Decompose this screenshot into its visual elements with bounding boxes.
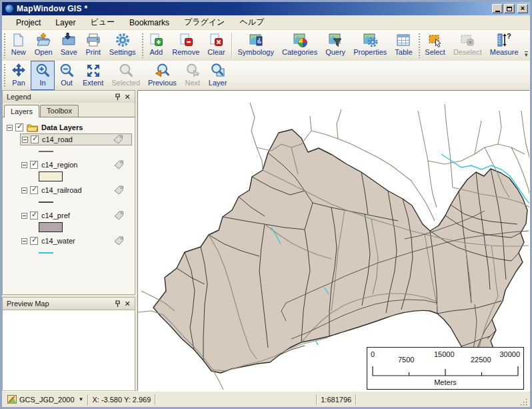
minimize-button[interactable]: [492, 4, 503, 13]
save-button[interactable]: Save: [57, 30, 81, 60]
layer-item-c14-road[interactable]: c14_road: [20, 133, 132, 157]
map-canvas[interactable]: 0 7500 15000 22500 30000 Meters: [137, 90, 530, 391]
layer-symbol-polygon[interactable]: [39, 222, 63, 232]
legend-title-label: Legend: [7, 93, 113, 101]
menu-plugins[interactable]: プラグイン: [177, 15, 232, 29]
tab-toolbox[interactable]: Toolbox: [40, 105, 79, 117]
deselect-icon: [459, 32, 475, 48]
menu-help[interactable]: ヘルプ: [232, 15, 271, 29]
svg-text:?: ?: [507, 32, 511, 40]
layer-item-c14-water[interactable]: c14_water: [20, 235, 132, 258]
layer-checkbox[interactable]: [30, 161, 38, 169]
projection-selector[interactable]: GCS_JGD_2000 ▼: [3, 394, 87, 406]
new-button[interactable]: New: [7, 30, 31, 60]
toolbar-gripper[interactable]: [417, 32, 421, 58]
tag-icon[interactable]: [114, 236, 124, 246]
layer-checkbox[interactable]: [30, 186, 38, 194]
toolbar-gripper[interactable]: [3, 63, 6, 88]
pan-button[interactable]: Pan: [7, 61, 31, 90]
tag-icon[interactable]: [114, 185, 124, 195]
zoom-in-button[interactable]: In: [31, 61, 55, 90]
layer-symbol-line[interactable]: [39, 151, 53, 152]
expander-icon[interactable]: [21, 238, 27, 244]
menu-bookmarks[interactable]: Bookmarks: [122, 17, 177, 29]
close-panel-icon[interactable]: ✕: [123, 300, 132, 308]
categories-button[interactable]: Categories: [278, 30, 321, 60]
layer-checkbox[interactable]: [31, 135, 39, 143]
scale-unit-label: Meters: [367, 378, 523, 386]
menu-view[interactable]: ビュー: [83, 15, 122, 29]
toolbar-overflow-chevron[interactable]: ▾: [523, 30, 530, 60]
tag-icon[interactable]: [114, 211, 124, 220]
menu-layer[interactable]: Layer: [48, 17, 83, 29]
layer-item-c14-pref[interactable]: c14_pref: [20, 210, 132, 233]
maximize-button[interactable]: [504, 4, 515, 13]
group-row-data-layers[interactable]: Data Layers: [7, 121, 132, 133]
toolbar-gripper[interactable]: [141, 32, 144, 58]
zoom-layer-icon: [210, 63, 226, 79]
remove-layer-icon: [178, 32, 194, 48]
layer-checkbox[interactable]: [30, 237, 38, 245]
new-project-icon: [11, 32, 27, 48]
legend-panel-title[interactable]: Legend ✕: [2, 90, 135, 103]
table-button[interactable]: Table: [391, 30, 416, 60]
layer-name: c14_pref: [41, 212, 114, 220]
close-button[interactable]: ×: [517, 4, 528, 13]
settings-button[interactable]: Settings: [105, 30, 140, 60]
minimize-icon: [495, 11, 500, 12]
clear-layers-button[interactable]: Clear: [203, 30, 229, 60]
pref-land-polygon: [153, 129, 527, 373]
expander-icon[interactable]: [7, 125, 13, 131]
menu-project[interactable]: Project: [9, 17, 48, 29]
expander-icon[interactable]: [22, 137, 28, 143]
group-label: Data Layers: [41, 123, 132, 131]
zoom-previous-button[interactable]: Previous: [144, 61, 181, 90]
zoom-out-button[interactable]: Out: [55, 61, 79, 90]
zoom-out-icon: [59, 63, 75, 79]
settings-gear-icon: [115, 32, 131, 48]
projection-map-icon: [7, 395, 17, 404]
add-layer-button[interactable]: Add: [144, 30, 168, 60]
layer-item-c14-railroad[interactable]: c14_railroad: [20, 184, 132, 208]
print-button[interactable]: Print: [81, 30, 105, 60]
layer-item-c14-region[interactable]: c14_region: [20, 159, 132, 182]
print-icon: [85, 32, 101, 48]
map-render: [138, 91, 530, 390]
chevron-down-icon: ▼: [79, 396, 84, 402]
layer-symbol-line[interactable]: [39, 201, 53, 203]
tag-icon[interactable]: [113, 135, 123, 144]
zoom-in-icon: [35, 63, 51, 79]
save-project-icon: [61, 32, 77, 48]
pin-icon[interactable]: [113, 93, 123, 101]
layer-checkbox[interactable]: [30, 212, 38, 220]
expander-icon[interactable]: [21, 213, 27, 219]
layer-name: c14_road: [42, 135, 113, 143]
zoom-extent-button[interactable]: Extent: [79, 61, 107, 90]
title-bar[interactable]: MapWindow GIS * ×: [2, 2, 530, 15]
layer-name: c14_region: [41, 161, 114, 169]
coordinates-readout: X: -3.580 Y: 2.969: [88, 394, 155, 406]
close-panel-icon[interactable]: ✕: [123, 93, 132, 101]
expander-icon[interactable]: [21, 162, 27, 168]
layer-name: c14_water: [41, 237, 114, 245]
open-button[interactable]: Open: [31, 30, 57, 60]
layer-symbol-polygon[interactable]: [39, 171, 63, 181]
resize-grip[interactable]: [519, 398, 529, 407]
main-area: Legend ✕ Layers Toolbox Data Layers: [2, 90, 530, 391]
layer-symbol-line[interactable]: [39, 252, 53, 254]
pin-icon[interactable]: [113, 300, 123, 308]
select-button[interactable]: Select: [421, 30, 449, 60]
preview-panel-title[interactable]: Preview Map ✕: [2, 297, 135, 310]
measure-button[interactable]: ? Measure: [486, 30, 523, 60]
query-button[interactable]: Query: [321, 30, 349, 60]
tag-icon[interactable]: [114, 160, 124, 169]
symbology-button[interactable]: Symbology: [234, 30, 278, 60]
remove-layer-button[interactable]: Remove: [168, 30, 203, 60]
group-checkbox[interactable]: [15, 123, 23, 131]
zoom-previous-icon: [154, 63, 170, 79]
tab-layers[interactable]: Layers: [4, 105, 39, 117]
zoom-layer-button[interactable]: Layer: [205, 61, 231, 90]
toolbar-gripper[interactable]: [3, 32, 6, 58]
properties-button[interactable]: Properties: [349, 30, 391, 60]
expander-icon[interactable]: [21, 187, 27, 193]
